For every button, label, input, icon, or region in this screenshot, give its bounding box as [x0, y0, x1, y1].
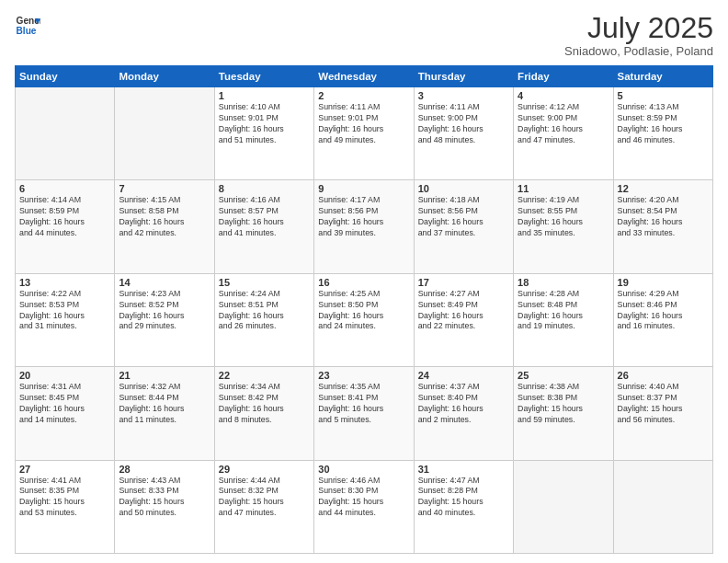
- day-number: 25: [518, 370, 609, 381]
- day-content: Sunrise: 4:47 AMSunset: 8:28 PMDaylight:…: [418, 476, 509, 520]
- day-content: Sunrise: 4:31 AMSunset: 8:45 PMDaylight:…: [19, 382, 110, 426]
- day-number: 1: [219, 90, 310, 101]
- month-title: July 2025: [564, 13, 713, 42]
- day-content: Sunrise: 4:40 AMSunset: 8:37 PMDaylight:…: [618, 382, 709, 426]
- table-row: 23Sunrise: 4:35 AMSunset: 8:41 PMDayligh…: [314, 367, 414, 460]
- table-row: 17Sunrise: 4:27 AMSunset: 8:49 PMDayligh…: [414, 273, 513, 366]
- table-row: 25Sunrise: 4:38 AMSunset: 8:38 PMDayligh…: [514, 367, 613, 460]
- day-content: Sunrise: 4:16 AMSunset: 8:57 PMDaylight:…: [219, 195, 310, 239]
- day-content: Sunrise: 4:23 AMSunset: 8:52 PMDaylight:…: [119, 289, 210, 333]
- day-number: 5: [618, 90, 709, 101]
- table-row: 30Sunrise: 4:46 AMSunset: 8:30 PMDayligh…: [314, 460, 414, 553]
- day-number: 15: [219, 277, 310, 288]
- day-number: 18: [518, 277, 609, 288]
- calendar-week-5: 27Sunrise: 4:41 AMSunset: 8:35 PMDayligh…: [16, 460, 713, 553]
- day-number: 20: [19, 370, 110, 381]
- table-row: 13Sunrise: 4:22 AMSunset: 8:53 PMDayligh…: [16, 273, 115, 366]
- table-row: 26Sunrise: 4:40 AMSunset: 8:37 PMDayligh…: [613, 367, 712, 460]
- table-row: [16, 87, 115, 180]
- day-number: 29: [219, 464, 310, 475]
- day-number: 24: [418, 370, 509, 381]
- header: General Blue July 2025 Sniadowo, Podlasi…: [15, 13, 713, 58]
- table-row: 20Sunrise: 4:31 AMSunset: 8:45 PMDayligh…: [16, 367, 115, 460]
- table-row: 19Sunrise: 4:29 AMSunset: 8:46 PMDayligh…: [613, 273, 712, 366]
- day-number: 27: [19, 464, 110, 475]
- day-content: Sunrise: 4:29 AMSunset: 8:46 PMDaylight:…: [618, 289, 709, 333]
- day-content: Sunrise: 4:34 AMSunset: 8:42 PMDaylight:…: [219, 382, 310, 426]
- day-content: Sunrise: 4:11 AMSunset: 9:00 PMDaylight:…: [418, 102, 509, 146]
- day-number: 16: [318, 277, 409, 288]
- logo: General Blue: [15, 13, 40, 39]
- table-row: 27Sunrise: 4:41 AMSunset: 8:35 PMDayligh…: [16, 460, 115, 553]
- day-content: Sunrise: 4:25 AMSunset: 8:50 PMDaylight:…: [318, 289, 409, 333]
- day-content: Sunrise: 4:43 AMSunset: 8:33 PMDaylight:…: [119, 476, 210, 520]
- col-friday: Friday: [514, 66, 613, 87]
- table-row: 14Sunrise: 4:23 AMSunset: 8:52 PMDayligh…: [115, 273, 214, 366]
- day-content: Sunrise: 4:20 AMSunset: 8:54 PMDaylight:…: [618, 195, 709, 239]
- day-number: 2: [318, 90, 409, 101]
- day-content: Sunrise: 4:12 AMSunset: 9:00 PMDaylight:…: [518, 102, 609, 146]
- svg-text:Blue: Blue: [17, 26, 37, 36]
- day-content: Sunrise: 4:13 AMSunset: 8:59 PMDaylight:…: [618, 102, 709, 146]
- day-content: Sunrise: 4:37 AMSunset: 8:40 PMDaylight:…: [418, 382, 509, 426]
- day-number: 9: [318, 183, 409, 194]
- day-number: 11: [518, 183, 609, 194]
- table-row: 12Sunrise: 4:20 AMSunset: 8:54 PMDayligh…: [613, 180, 712, 273]
- day-number: 23: [318, 370, 409, 381]
- day-number: 3: [418, 90, 509, 101]
- location: Sniadowo, Podlasie, Poland: [564, 44, 713, 58]
- day-content: Sunrise: 4:46 AMSunset: 8:30 PMDaylight:…: [318, 476, 409, 520]
- day-number: 19: [618, 277, 709, 288]
- calendar-week-3: 13Sunrise: 4:22 AMSunset: 8:53 PMDayligh…: [16, 273, 713, 366]
- day-content: Sunrise: 4:10 AMSunset: 9:01 PMDaylight:…: [219, 102, 310, 146]
- table-row: [115, 87, 214, 180]
- day-number: 31: [418, 464, 509, 475]
- day-content: Sunrise: 4:32 AMSunset: 8:44 PMDaylight:…: [119, 382, 210, 426]
- day-content: Sunrise: 4:15 AMSunset: 8:58 PMDaylight:…: [119, 195, 210, 239]
- table-row: 31Sunrise: 4:47 AMSunset: 8:28 PMDayligh…: [414, 460, 513, 553]
- table-row: 6Sunrise: 4:14 AMSunset: 8:59 PMDaylight…: [16, 180, 115, 273]
- day-content: Sunrise: 4:44 AMSunset: 8:32 PMDaylight:…: [219, 476, 310, 520]
- day-number: 6: [19, 183, 110, 194]
- table-row: 10Sunrise: 4:18 AMSunset: 8:56 PMDayligh…: [414, 180, 513, 273]
- calendar-week-4: 20Sunrise: 4:31 AMSunset: 8:45 PMDayligh…: [16, 367, 713, 460]
- day-number: 4: [518, 90, 609, 101]
- day-content: Sunrise: 4:41 AMSunset: 8:35 PMDaylight:…: [19, 476, 110, 520]
- day-number: 10: [418, 183, 509, 194]
- table-row: 11Sunrise: 4:19 AMSunset: 8:55 PMDayligh…: [514, 180, 613, 273]
- day-number: 26: [618, 370, 709, 381]
- calendar-header-row: Sunday Monday Tuesday Wednesday Thursday…: [16, 66, 713, 87]
- col-saturday: Saturday: [613, 66, 712, 87]
- day-number: 8: [219, 183, 310, 194]
- table-row: 1Sunrise: 4:10 AMSunset: 9:01 PMDaylight…: [214, 87, 313, 180]
- day-content: Sunrise: 4:35 AMSunset: 8:41 PMDaylight:…: [318, 382, 409, 426]
- table-row: 5Sunrise: 4:13 AMSunset: 8:59 PMDaylight…: [613, 87, 712, 180]
- day-content: Sunrise: 4:11 AMSunset: 9:01 PMDaylight:…: [318, 102, 409, 146]
- table-row: 22Sunrise: 4:34 AMSunset: 8:42 PMDayligh…: [214, 367, 313, 460]
- day-number: 21: [119, 370, 210, 381]
- day-content: Sunrise: 4:17 AMSunset: 8:56 PMDaylight:…: [318, 195, 409, 239]
- col-sunday: Sunday: [16, 66, 115, 87]
- col-monday: Monday: [115, 66, 214, 87]
- col-tuesday: Tuesday: [214, 66, 313, 87]
- day-number: 28: [119, 464, 210, 475]
- calendar-table: Sunday Monday Tuesday Wednesday Thursday…: [15, 65, 713, 554]
- day-content: Sunrise: 4:28 AMSunset: 8:48 PMDaylight:…: [518, 289, 609, 333]
- day-content: Sunrise: 4:19 AMSunset: 8:55 PMDaylight:…: [518, 195, 609, 239]
- table-row: [613, 460, 712, 553]
- day-content: Sunrise: 4:22 AMSunset: 8:53 PMDaylight:…: [19, 289, 110, 333]
- table-row: 16Sunrise: 4:25 AMSunset: 8:50 PMDayligh…: [314, 273, 414, 366]
- day-number: 17: [418, 277, 509, 288]
- day-number: 7: [119, 183, 210, 194]
- calendar-week-1: 1Sunrise: 4:10 AMSunset: 9:01 PMDaylight…: [16, 87, 713, 180]
- table-row: 2Sunrise: 4:11 AMSunset: 9:01 PMDaylight…: [314, 87, 414, 180]
- day-number: 14: [119, 277, 210, 288]
- table-row: 28Sunrise: 4:43 AMSunset: 8:33 PMDayligh…: [115, 460, 214, 553]
- table-row: 3Sunrise: 4:11 AMSunset: 9:00 PMDaylight…: [414, 87, 513, 180]
- day-number: 12: [618, 183, 709, 194]
- table-row: 24Sunrise: 4:37 AMSunset: 8:40 PMDayligh…: [414, 367, 513, 460]
- day-content: Sunrise: 4:38 AMSunset: 8:38 PMDaylight:…: [518, 382, 609, 426]
- page: General Blue July 2025 Sniadowo, Podlasi…: [0, 0, 728, 563]
- day-content: Sunrise: 4:18 AMSunset: 8:56 PMDaylight:…: [418, 195, 509, 239]
- day-content: Sunrise: 4:14 AMSunset: 8:59 PMDaylight:…: [19, 195, 110, 239]
